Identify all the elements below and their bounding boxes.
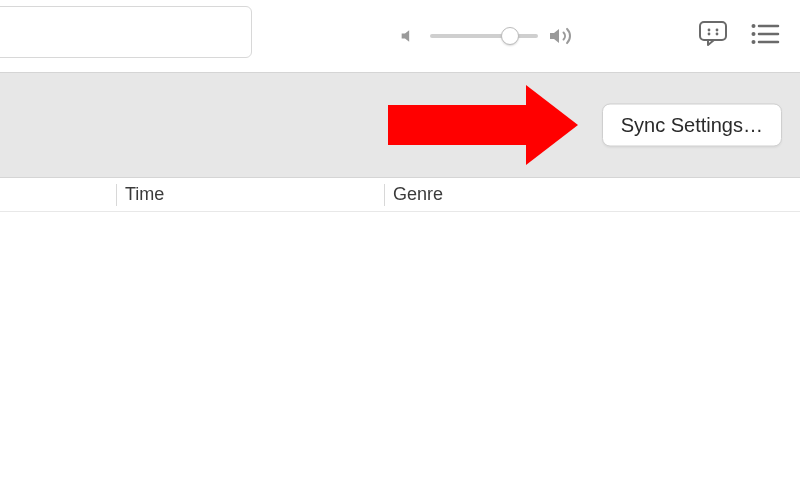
column-headers: Time Genre — [0, 178, 800, 212]
svg-point-3 — [708, 29, 711, 32]
content-area — [0, 212, 800, 502]
toolbar-right-icons — [698, 20, 780, 48]
svg-point-11 — [752, 40, 756, 44]
sync-settings-button[interactable]: Sync Settings… — [602, 104, 782, 147]
volume-slider-thumb[interactable] — [501, 27, 519, 45]
svg-rect-2 — [700, 22, 726, 40]
lyrics-icon[interactable] — [698, 20, 728, 48]
column-header-genre[interactable]: Genre — [384, 184, 800, 206]
column-header-time[interactable]: Time — [116, 184, 384, 206]
search-input[interactable] — [0, 6, 252, 58]
volume-high-icon — [548, 24, 572, 48]
svg-marker-0 — [402, 30, 410, 42]
device-banner: Sync Settings… — [0, 72, 800, 178]
svg-point-9 — [752, 32, 756, 36]
column-header-time-label: Time — [125, 184, 164, 205]
toolbar — [0, 0, 800, 72]
svg-point-5 — [716, 29, 719, 32]
column-header-genre-label: Genre — [393, 184, 443, 205]
queue-list-icon[interactable] — [750, 22, 780, 46]
svg-marker-1 — [550, 29, 559, 43]
volume-control[interactable] — [400, 24, 572, 48]
volume-low-icon — [400, 26, 420, 46]
svg-point-4 — [708, 33, 711, 36]
svg-point-6 — [716, 33, 719, 36]
volume-slider-track[interactable] — [430, 34, 538, 38]
svg-point-7 — [752, 24, 756, 28]
annotation-arrow — [388, 85, 578, 165]
